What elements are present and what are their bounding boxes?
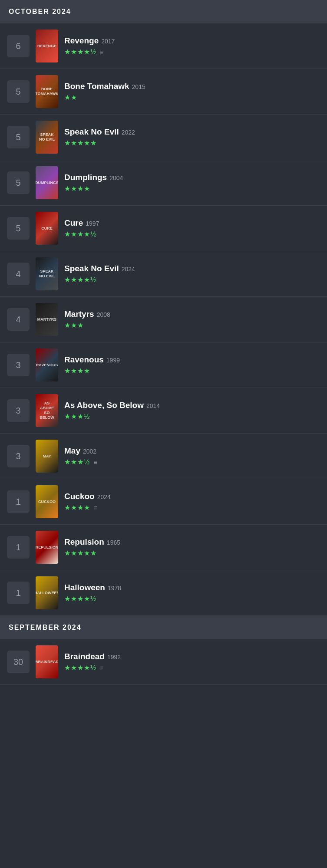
stars-row-cure: ★★★★½	[64, 230, 320, 238]
movie-item-revenge[interactable]: 6REVENGERevenge2017★★★★½≡	[0, 23, 327, 69]
movie-year-bone-tomahawk: 2015	[132, 83, 145, 90]
movie-item-cure[interactable]: 5CURECure1997★★★★½	[0, 206, 327, 251]
count-box-braindead: 30	[7, 651, 30, 673]
title-row-repulsion: Repulsion1965	[64, 537, 320, 547]
movie-year-dumplings: 2004	[109, 174, 123, 181]
movie-item-braindead[interactable]: 30BRAINDEADBraindead1992★★★★½≡	[0, 639, 327, 685]
stars-row-braindead: ★★★★½≡	[64, 664, 320, 672]
poster-revenge: REVENGE	[36, 30, 58, 62]
stars-cure: ★★★★½	[64, 230, 96, 238]
movie-info-cuckoo: Cuckoo2024★★★★≡	[64, 492, 320, 512]
movie-year-martyrs: 2008	[97, 311, 110, 318]
movie-title-revenge: Revenge	[64, 36, 99, 46]
count-box-speak-no-evil-2024: 4	[7, 263, 30, 285]
movie-item-speak-no-evil-2024[interactable]: 4SPEAK NO EVILSpeak No Evil2024★★★★½	[0, 251, 327, 297]
movie-item-ravenous[interactable]: 3RAVENOUSRavenous1999★★★★	[0, 342, 327, 388]
movie-title-martyrs: Martyrs	[64, 309, 94, 319]
stars-row-martyrs: ★★★	[64, 321, 320, 329]
movie-title-cure: Cure	[64, 218, 83, 228]
stars-row-may: ★★★½≡	[64, 458, 320, 466]
stars-row-speak-no-evil-2022: ★★★★★	[64, 139, 320, 147]
list-icon-braindead: ≡	[100, 664, 103, 671]
movie-info-halloween: Halloween1978★★★★½	[64, 583, 320, 603]
stars-row-speak-no-evil-2024: ★★★★½	[64, 276, 320, 284]
stars-speak-no-evil-2024: ★★★★½	[64, 276, 96, 284]
title-row-as-above: As Above, So Below2014	[64, 401, 320, 410]
movie-title-ravenous: Ravenous	[64, 355, 104, 365]
movie-info-cure: Cure1997★★★★½	[64, 218, 320, 238]
movie-title-cuckoo: Cuckoo	[64, 492, 95, 501]
count-box-cure: 5	[7, 217, 30, 240]
movie-year-ravenous: 1999	[106, 357, 120, 364]
stars-row-bone-tomahawk: ★★	[64, 93, 320, 102]
movie-year-revenge: 2017	[101, 38, 115, 45]
movie-info-ravenous: Ravenous1999★★★★	[64, 355, 320, 375]
stars-braindead: ★★★★½	[64, 664, 96, 672]
stars-row-as-above: ★★★½	[64, 412, 320, 421]
movie-item-speak-no-evil-2022[interactable]: 5SPEAK NO EVILSpeak No Evil2022★★★★★	[0, 115, 327, 160]
count-box-ravenous: 3	[7, 354, 30, 376]
count-box-cuckoo: 1	[7, 490, 30, 513]
movie-item-as-above[interactable]: 3AS ABOVE SO BELOWAs Above, So Below2014…	[0, 388, 327, 434]
movie-year-repulsion: 1965	[107, 539, 120, 546]
title-row-ravenous: Ravenous1999	[64, 355, 320, 365]
count-box-as-above: 3	[7, 399, 30, 422]
poster-may: MAY	[36, 440, 58, 473]
title-row-speak-no-evil-2024: Speak No Evil2024	[64, 264, 320, 273]
title-row-dumplings: Dumplings2004	[64, 173, 320, 182]
list-icon-cuckoo: ≡	[94, 504, 97, 511]
count-box-dumplings: 5	[7, 171, 30, 194]
movie-item-bone-tomahawk[interactable]: 5BONE TOMAHAWKBone Tomahawk2015★★	[0, 69, 327, 115]
stars-speak-no-evil-2022: ★★★★★	[64, 139, 97, 147]
movie-item-martyrs[interactable]: 4MARTYRSMartyrs2008★★★	[0, 297, 327, 342]
movie-title-dumplings: Dumplings	[64, 173, 107, 182]
count-box-may: 3	[7, 445, 30, 467]
movie-item-halloween[interactable]: 1HALLOWEENHalloween1978★★★★½	[0, 570, 327, 616]
movie-title-as-above: As Above, So Below	[64, 401, 144, 410]
title-row-martyrs: Martyrs2008	[64, 309, 320, 319]
movie-info-as-above: As Above, So Below2014★★★½	[64, 401, 320, 421]
stars-martyrs: ★★★	[64, 321, 84, 329]
movie-info-braindead: Braindead1992★★★★½≡	[64, 652, 320, 672]
movie-year-as-above: 2014	[146, 402, 160, 409]
movie-title-halloween: Halloween	[64, 583, 105, 592]
count-box-repulsion: 1	[7, 536, 30, 559]
page-container: OCTOBER 20246REVENGERevenge2017★★★★½≡5BO…	[0, 0, 327, 685]
poster-dumplings: DUMPLINGS	[36, 166, 58, 199]
poster-halloween: HALLOWEEN	[36, 576, 58, 609]
count-box-bone-tomahawk: 5	[7, 80, 30, 103]
movie-item-may[interactable]: 3MAYMay2002★★★½≡	[0, 434, 327, 479]
stars-dumplings: ★★★★	[64, 184, 90, 193]
movie-year-cure: 1997	[86, 220, 99, 227]
title-row-bone-tomahawk: Bone Tomahawk2015	[64, 82, 320, 91]
stars-may: ★★★½	[64, 458, 90, 466]
stars-halloween: ★★★★½	[64, 595, 96, 603]
movie-list-october-2024: 6REVENGERevenge2017★★★★½≡5BONE TOMAHAWKB…	[0, 23, 327, 616]
movie-item-repulsion[interactable]: 1REPULSIONRepulsion1965★★★★★	[0, 525, 327, 570]
stars-row-halloween: ★★★★½	[64, 595, 320, 603]
count-box-revenge: 6	[7, 35, 30, 57]
count-box-halloween: 1	[7, 582, 30, 604]
title-row-halloween: Halloween1978	[64, 583, 320, 592]
movie-info-martyrs: Martyrs2008★★★	[64, 309, 320, 329]
poster-speak-no-evil-2024: SPEAK NO EVIL	[36, 257, 58, 290]
movie-title-bone-tomahawk: Bone Tomahawk	[64, 82, 129, 91]
list-icon-may: ≡	[93, 459, 97, 466]
poster-bone-tomahawk: BONE TOMAHAWK	[36, 75, 58, 108]
movie-item-cuckoo[interactable]: 1CUCKOOCuckoo2024★★★★≡	[0, 479, 327, 525]
movie-title-speak-no-evil-2024: Speak No Evil	[64, 264, 119, 273]
poster-martyrs: MARTYRS	[36, 303, 58, 336]
poster-as-above: AS ABOVE SO BELOW	[36, 394, 58, 427]
stars-row-cuckoo: ★★★★≡	[64, 503, 320, 512]
stars-row-dumplings: ★★★★	[64, 184, 320, 193]
poster-speak-no-evil-2022: SPEAK NO EVIL	[36, 121, 58, 154]
title-row-may: May2002	[64, 446, 320, 456]
count-box-martyrs: 4	[7, 308, 30, 331]
movie-item-dumplings[interactable]: 5DUMPLINGSDumplings2004★★★★	[0, 160, 327, 206]
movie-info-may: May2002★★★½≡	[64, 446, 320, 466]
movie-title-speak-no-evil-2022: Speak No Evil	[64, 127, 119, 137]
movie-info-dumplings: Dumplings2004★★★★	[64, 173, 320, 193]
movie-year-speak-no-evil-2022: 2022	[122, 129, 135, 136]
stars-row-repulsion: ★★★★★	[64, 549, 320, 557]
movie-info-speak-no-evil-2024: Speak No Evil2024★★★★½	[64, 264, 320, 284]
